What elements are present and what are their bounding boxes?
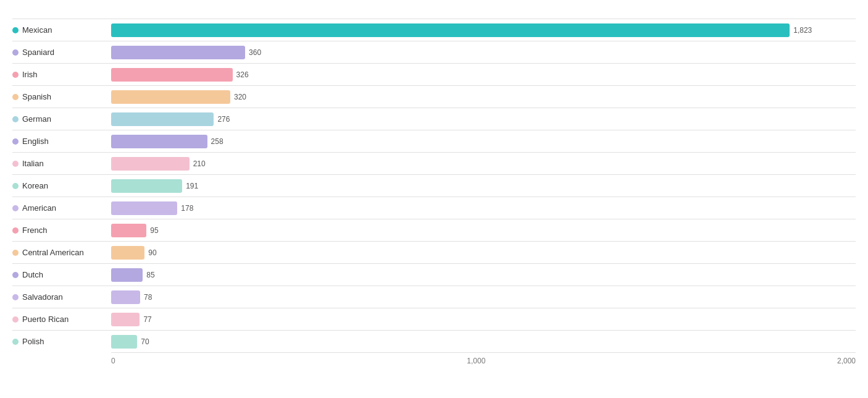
dot-icon <box>12 116 19 122</box>
bar-container: 178 <box>111 200 856 216</box>
bar-label: Spanish <box>12 92 111 101</box>
bar-fill <box>111 201 177 215</box>
bar-value-label: 360 <box>249 48 261 57</box>
bar-value-label: 178 <box>181 204 193 213</box>
dot-icon <box>12 27 19 33</box>
bar-label: French <box>12 226 111 235</box>
dot-icon <box>12 161 19 167</box>
dot-icon <box>12 316 19 323</box>
bar-container: 191 <box>111 178 856 194</box>
bar-row: Spaniard360 <box>12 41 856 63</box>
x-tick-label: 0 <box>111 357 115 365</box>
bar-container: 1,823 <box>111 22 856 38</box>
x-axis: 01,0002,000 <box>111 352 856 365</box>
bar-value-label: 78 <box>144 293 152 302</box>
dot-icon <box>12 227 19 234</box>
bar-label: English <box>12 137 111 146</box>
dot-icon <box>12 250 19 256</box>
bar-label-text: Central American <box>22 248 84 257</box>
bar-label-text: French <box>22 226 47 235</box>
bar-value-label: 77 <box>143 315 151 324</box>
dot-icon <box>12 72 19 78</box>
bar-container: 276 <box>111 111 856 127</box>
bar-value-label: 276 <box>217 115 230 124</box>
bar-container: 90 <box>111 245 856 261</box>
bar-row: Salvadoran78 <box>12 286 856 308</box>
bar-fill <box>111 246 144 260</box>
bar-label-text: Dutch <box>22 270 43 279</box>
bar-value-label: 210 <box>193 159 206 168</box>
bar-label: Dutch <box>12 270 111 279</box>
bar-label-text: German <box>22 114 51 124</box>
bar-label: Polish <box>12 337 111 346</box>
bar-value-label: 70 <box>141 337 149 346</box>
bar-label: Italian <box>12 159 111 168</box>
dot-icon <box>12 205 19 211</box>
bar-row: German276 <box>12 108 856 130</box>
bar-container: 77 <box>111 311 856 328</box>
bar-container: 70 <box>111 334 856 350</box>
x-tick-label: 1,000 <box>467 357 485 365</box>
bar-value-label: 258 <box>211 137 223 146</box>
bar-value-label: 326 <box>236 70 249 79</box>
bar-fill <box>111 224 146 237</box>
bar-container: 258 <box>111 133 856 150</box>
bar-row: Mexican1,823 <box>12 19 856 41</box>
bar-label-text: Italian <box>22 159 44 168</box>
bar-container: 85 <box>111 267 856 283</box>
bar-label: Irish <box>12 70 111 79</box>
bar-container: 210 <box>111 156 856 172</box>
bar-label-text: Polish <box>22 337 44 346</box>
bar-label: Puerto Rican <box>12 315 111 324</box>
bar-label-text: Irish <box>22 70 38 79</box>
bar-label-text: Puerto Rican <box>22 315 69 324</box>
bar-container: 360 <box>111 44 856 61</box>
bar-row: Italian210 <box>12 152 856 174</box>
bar-fill <box>111 157 190 171</box>
bar-row: Irish326 <box>12 63 856 85</box>
bar-value-label: 90 <box>148 248 156 257</box>
bar-row: Korean191 <box>12 174 856 197</box>
bar-value-label: 320 <box>234 93 246 101</box>
bar-label: Korean <box>12 181 111 190</box>
bar-label-text: Korean <box>22 181 48 190</box>
bar-row: English258 <box>12 130 856 152</box>
bar-label: Spaniard <box>12 48 111 57</box>
bar-fill <box>111 179 182 193</box>
dot-icon <box>12 94 19 100</box>
bar-label: Salvadoran <box>12 292 111 302</box>
bar-value-label: 95 <box>150 226 158 235</box>
bar-row: Spanish320 <box>12 85 856 108</box>
bar-fill <box>111 313 140 326</box>
dot-icon <box>12 49 19 56</box>
bar-fill <box>111 90 230 104</box>
bar-container: 326 <box>111 67 856 83</box>
bar-row: American178 <box>12 197 856 219</box>
dot-icon <box>12 272 19 278</box>
bar-row: Dutch85 <box>12 263 856 286</box>
chart-area: Mexican1,823Spaniard360Irish326Spanish32… <box>12 19 856 352</box>
bar-fill <box>111 135 207 148</box>
bar-label: Central American <box>12 248 111 257</box>
bar-container: 95 <box>111 222 856 239</box>
dot-icon <box>12 339 19 345</box>
bar-row: Polish70 <box>12 330 856 352</box>
bar-container: 320 <box>111 89 856 105</box>
bar-label-text: Mexican <box>22 25 52 35</box>
dot-icon <box>12 183 19 189</box>
bar-label: Mexican <box>12 25 111 35</box>
bar-fill <box>111 112 214 126</box>
bar-fill <box>111 23 790 37</box>
bar-fill <box>111 46 245 59</box>
bar-label: German <box>12 114 111 124</box>
dot-icon <box>12 294 19 300</box>
bar-fill <box>111 335 137 349</box>
bar-value-label: 1,823 <box>793 26 812 35</box>
x-tick-label: 2,000 <box>837 357 856 365</box>
bar-label-text: Spanish <box>22 92 51 101</box>
bar-row: Puerto Rican77 <box>12 308 856 330</box>
bar-label-text: American <box>22 203 56 213</box>
bar-fill <box>111 290 140 304</box>
bar-row: French95 <box>12 219 856 241</box>
bar-label-text: Salvadoran <box>22 292 63 302</box>
